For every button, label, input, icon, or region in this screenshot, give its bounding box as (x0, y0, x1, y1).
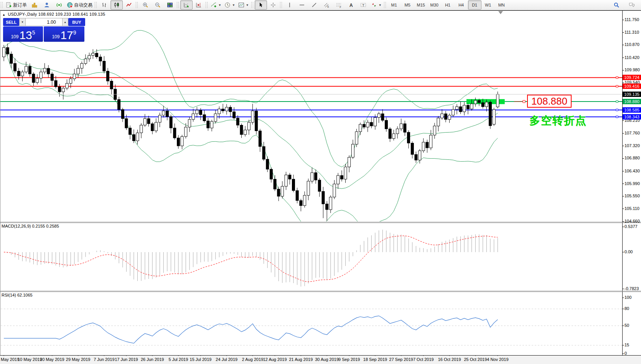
autotrading-label: 自动交易 (74, 2, 92, 8)
tf-mn-button[interactable]: MN (495, 0, 508, 10)
tf-m5-button[interactable]: M5 (401, 0, 414, 10)
label-button[interactable]: T (357, 0, 369, 10)
zoom-in-button[interactable] (139, 0, 152, 10)
vertical-line-button[interactable] (283, 0, 296, 10)
annotation-text: 多空转折点 (529, 113, 587, 128)
svg-text:F: F (339, 6, 341, 8)
tf-d1-button[interactable]: D1 (468, 0, 481, 10)
auto-scroll-icon (183, 2, 189, 8)
volume-decrease-button[interactable]: ▼ (19, 18, 25, 26)
tf-w1-button[interactable]: W1 (481, 0, 495, 10)
new-order-button[interactable]: 新订单 (4, 0, 28, 10)
tf-m1-label: M1 (391, 3, 397, 7)
arrows-button[interactable]: ▼ (369, 0, 383, 10)
price-tick-label: 105.550 (625, 193, 640, 198)
indicators-button[interactable]: ▼ (209, 0, 223, 10)
signal-button[interactable] (53, 0, 65, 10)
toolbar-group: 新订单自动交易 (0, 0, 94, 10)
tf-m15-button[interactable]: M15 (414, 0, 428, 10)
sell-button[interactable]: SELL (3, 18, 19, 26)
templates-dropdown-icon[interactable]: ▼ (246, 3, 249, 7)
fibonacci-button[interactable]: F (333, 0, 345, 10)
text-button[interactable]: A (345, 0, 357, 10)
toolbar-group (176, 0, 205, 10)
price-tick-label: 106.880 (625, 156, 640, 160)
periods-button[interactable]: ▼ (223, 0, 237, 10)
candle-chart-button[interactable] (110, 0, 123, 10)
clock-icon (224, 2, 231, 8)
tile-windows-button[interactable] (164, 0, 176, 10)
chart-title: ▲ USDJPY-,Daily 108.692 109.233 108.641 … (2, 12, 105, 16)
macd-tick-label: -0.7823 (625, 286, 639, 291)
toolbar-drag-handle[interactable] (1, 2, 3, 8)
buy-button[interactable]: BUY (68, 18, 85, 26)
price-tick-label: 107.320 (625, 143, 640, 148)
autotrading-icon (67, 2, 73, 8)
line-chart-button[interactable] (123, 0, 135, 10)
arrows-dropdown-icon[interactable]: ▼ (379, 3, 382, 7)
toolbar-group (250, 0, 279, 10)
panel-collapse-arrow-icon[interactable]: ▲ (2, 13, 5, 16)
bar-chart-button[interactable] (98, 0, 110, 10)
volume-input[interactable]: 1.00 (26, 18, 62, 26)
search-button[interactable] (610, 0, 623, 10)
price-tick-label: 111.310 (625, 30, 639, 34)
toolbar-drag-handle[interactable] (206, 2, 208, 8)
hline-price-badge: 108.343 (623, 114, 641, 120)
chart-shift-button[interactable] (193, 0, 205, 10)
trendline-button[interactable] (308, 0, 320, 10)
svg-text:T: T (362, 3, 364, 7)
profile-button[interactable] (41, 0, 53, 10)
current-price-badge: 109.135 (623, 92, 641, 97)
tf-h1-label: H1 (445, 3, 450, 7)
toolbar-group: ▼▼▼ (205, 0, 250, 10)
cursor-button[interactable] (255, 0, 267, 10)
chart-window-button[interactable] (28, 0, 41, 10)
indicators-icon (211, 2, 217, 8)
tf-m30-button[interactable]: M30 (428, 0, 441, 10)
periods-dropdown-icon[interactable]: ▼ (232, 3, 235, 7)
templates-button[interactable]: ▼ (237, 0, 250, 10)
sell-price-sup: 5 (32, 30, 35, 36)
cursor-icon (258, 2, 264, 8)
buy-price-sup: 9 (73, 30, 76, 36)
tf-h4-button[interactable]: H4 (455, 0, 468, 10)
toolbar-drag-handle[interactable] (280, 2, 282, 8)
toolbar-group: M1M5M15M30H1H4D1W1MN (383, 0, 508, 10)
buy-price-button[interactable]: 109 17 9 (44, 26, 84, 42)
toolbar-drag-handle[interactable] (95, 2, 97, 8)
rsi-tick-label: 100 (625, 295, 631, 300)
rsi-tick-label: 15 (625, 343, 629, 347)
crosshair-icon (270, 2, 276, 8)
channel-icon: E (323, 2, 330, 8)
sell-price-button[interactable]: 109 13 5 (3, 26, 43, 42)
profile-icon (44, 2, 50, 8)
tf-h1-button[interactable]: H1 (441, 0, 455, 10)
toolbar-drag-handle[interactable] (177, 2, 179, 8)
auto-scroll-button[interactable] (180, 0, 193, 10)
vline-icon (287, 2, 293, 8)
macd-tick-label: 0.5377 (625, 224, 638, 229)
crosshair-button[interactable] (267, 0, 279, 10)
toolbar-drag-handle[interactable] (251, 2, 253, 8)
horizontal-line-button[interactable] (296, 0, 308, 10)
tf-w1-label: W1 (485, 3, 491, 7)
price-tick-label: 105.110 (625, 206, 639, 211)
volume-increase-button[interactable]: ▲ (62, 18, 68, 26)
tile-windows-icon (167, 2, 173, 8)
indicators-dropdown-icon[interactable]: ▼ (218, 3, 221, 7)
line-chart-icon (126, 2, 132, 8)
autotrading-button[interactable]: 自动交易 (65, 0, 94, 10)
channel-button[interactable]: E (320, 0, 333, 10)
sell-price-big: 13 (19, 29, 32, 41)
price-tick-label: 106.430 (625, 169, 640, 173)
chart-canvas[interactable] (0, 0, 641, 364)
toolbar-drag-handle[interactable] (384, 2, 386, 8)
price-tick-label: 110.420 (625, 55, 639, 60)
chat-button[interactable] (626, 0, 638, 10)
toolbar-drag-handle[interactable] (136, 2, 138, 8)
hline-price-badge: 108.585 (623, 107, 641, 113)
tf-m1-button[interactable]: M1 (387, 0, 401, 10)
zoom-out-button[interactable] (152, 0, 164, 10)
new-order-label: 新订单 (13, 2, 27, 8)
